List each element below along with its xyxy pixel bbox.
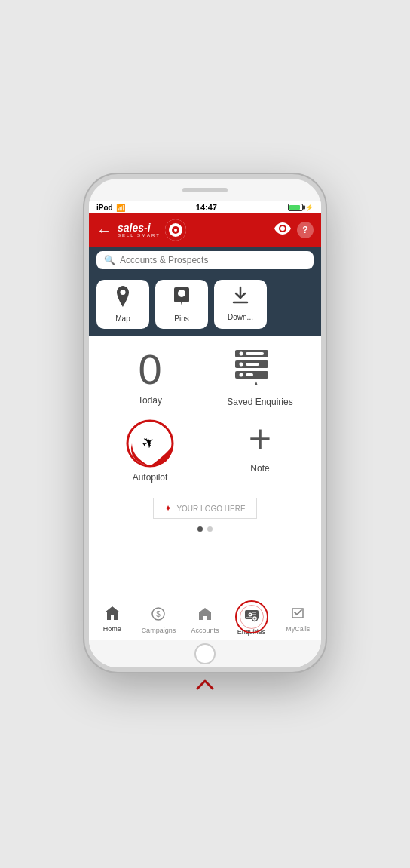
nav-mycalls[interactable]: MyCalls: [274, 606, 321, 636]
status-right: ⚡: [288, 204, 314, 211]
svg-text:✈: ✈: [139, 432, 158, 453]
status-left: iPod 📶: [96, 204, 125, 212]
battery-icon: [288, 204, 303, 211]
header-icons: ?: [274, 222, 314, 238]
quick-actions: Map Pins: [89, 274, 321, 336]
app-header: ← sales-i SELL SMART: [89, 213, 321, 247]
svg-point-7: [240, 352, 243, 356]
carrier-label: iPod: [96, 204, 113, 212]
logo-circle-icon: [164, 218, 188, 242]
svg-rect-14: [246, 373, 253, 376]
logo-placeholder-text: YOUR LOGO HERE: [176, 505, 245, 513]
pins-icon: [173, 286, 191, 311]
svg-point-10: [240, 363, 243, 367]
page-dot-2: [207, 526, 213, 532]
autopilot-item[interactable]: ✈ Autopilot: [101, 419, 199, 483]
logo-text-block: sales-i SELL SMART: [118, 222, 161, 238]
mycalls-icon: [290, 606, 305, 624]
downloads-label: Down...: [228, 313, 253, 321]
search-container[interactable]: 🔍: [96, 251, 314, 269]
battery-fill: [289, 205, 300, 210]
today-count: 0: [138, 348, 161, 391]
note-label: Note: [250, 463, 269, 474]
autopilot-label: Autopilot: [133, 472, 168, 483]
phone-home-button-area: [89, 640, 321, 667]
enquiries-active-ring: [235, 600, 268, 633]
page-dots: [197, 526, 213, 532]
help-button[interactable]: ?: [297, 222, 314, 238]
svg-rect-11: [246, 363, 259, 366]
phone-frame: iPod 📶 14:47 ⚡ ← sales-i SELL SMART: [84, 174, 326, 672]
saved-enquiries-icon: ★: [234, 348, 286, 392]
nav-mycalls-label: MyCalls: [286, 625, 310, 633]
wifi-icon: 📶: [116, 204, 125, 212]
logo-placeholder-icon: ✦: [164, 503, 172, 514]
logo-container: sales-i SELL SMART: [118, 218, 268, 242]
nav-campaigns-label: Campaigns: [142, 627, 176, 634]
svg-point-13: [240, 373, 243, 377]
downloads-button[interactable]: Down...: [214, 280, 267, 329]
today-item[interactable]: 0 Today: [101, 348, 199, 407]
clock: 14:47: [196, 203, 217, 212]
nav-campaigns[interactable]: $ Campaigns: [136, 606, 182, 636]
pins-label: Pins: [174, 314, 188, 323]
status-bar: iPod 📶 14:47 ⚡: [89, 201, 321, 213]
today-label: Today: [138, 395, 162, 406]
map-icon: [114, 286, 132, 311]
saved-enquiries-item[interactable]: ★ Saved Enquiries: [211, 348, 309, 407]
page-dot-1: [197, 526, 203, 532]
lightning-icon: ⚡: [305, 204, 314, 211]
eye-button[interactable]: [274, 222, 291, 238]
bottom-nav: Home $ Campaigns: [89, 603, 321, 640]
accounts-icon: [197, 606, 213, 625]
main-content: 0 Today: [89, 336, 321, 603]
svg-point-5: [180, 292, 184, 296]
logo-placeholder: ✦ YOUR LOGO HERE: [153, 498, 256, 519]
search-input[interactable]: [120, 255, 306, 265]
nav-home[interactable]: Home: [89, 606, 136, 636]
dashboard-grid: 0 Today: [101, 348, 309, 483]
autopilot-icon: ✈: [126, 419, 174, 468]
svg-rect-8: [246, 352, 264, 355]
logo-tagline: SELL SMART: [118, 233, 161, 238]
bottom-chevron: [196, 678, 214, 694]
home-button[interactable]: [194, 643, 216, 664]
svg-point-4: [174, 229, 177, 232]
search-bar: 🔍: [89, 247, 321, 274]
campaigns-icon: $: [151, 606, 166, 625]
saved-enquiries-label: Saved Enquiries: [227, 397, 292, 407]
map-label: Map: [115, 314, 130, 323]
nav-enquiries[interactable]: Enquiries: [228, 606, 275, 636]
note-icon: +: [249, 419, 271, 459]
map-button[interactable]: Map: [96, 280, 149, 329]
nav-accounts-label: Accounts: [191, 627, 219, 634]
svg-text:★: ★: [249, 379, 263, 385]
pins-button[interactable]: Pins: [155, 280, 208, 329]
phone-screen: iPod 📶 14:47 ⚡ ← sales-i SELL SMART: [89, 201, 321, 667]
downloads-icon: [231, 286, 249, 310]
search-icon: 🔍: [104, 255, 115, 265]
nav-accounts[interactable]: Accounts: [182, 606, 228, 636]
nav-home-label: Home: [103, 625, 121, 633]
logo-name: sales-i: [118, 222, 161, 233]
back-button[interactable]: ←: [96, 222, 112, 239]
home-icon: [105, 606, 120, 624]
note-item[interactable]: + Note: [211, 419, 309, 483]
svg-text:$: $: [157, 610, 161, 618]
